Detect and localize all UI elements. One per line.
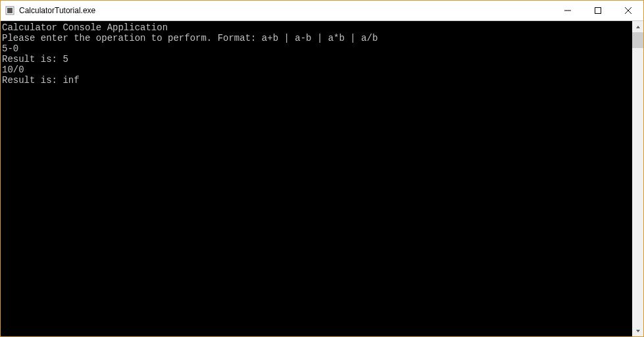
svg-rect-3 <box>595 8 601 14</box>
console-line: Result is: inf <box>2 75 631 86</box>
console-line: 5-0 <box>2 43 631 54</box>
scroll-up-button[interactable] <box>632 21 643 32</box>
scroll-down-button[interactable] <box>632 325 643 336</box>
vertical-scrollbar[interactable] <box>632 21 643 336</box>
console-line: Please enter the operation to perform. F… <box>2 33 631 43</box>
console-output[interactable]: Calculator Console ApplicationPlease ent… <box>1 21 632 336</box>
svg-marker-7 <box>636 330 640 332</box>
console-line: 10/0 <box>2 65 631 75</box>
scrollbar-track[interactable] <box>632 32 643 325</box>
scrollbar-thumb[interactable] <box>632 32 643 48</box>
console-line: Calculator Console Application <box>2 22 631 33</box>
close-button[interactable] <box>613 1 643 20</box>
minimize-button[interactable] <box>553 1 583 20</box>
svg-marker-6 <box>636 26 640 28</box>
maximize-button[interactable] <box>583 1 613 20</box>
titlebar[interactable]: CalculatorTutorial.exe <box>1 1 643 20</box>
window-title: CalculatorTutorial.exe <box>19 6 553 15</box>
app-window: CalculatorTutorial.exe Calculator Consol… <box>0 0 644 337</box>
console-area: Calculator Console ApplicationPlease ent… <box>1 20 643 336</box>
app-icon <box>5 5 15 16</box>
window-controls <box>553 1 643 20</box>
console-line: Result is: 5 <box>2 54 631 65</box>
svg-rect-1 <box>7 8 12 13</box>
